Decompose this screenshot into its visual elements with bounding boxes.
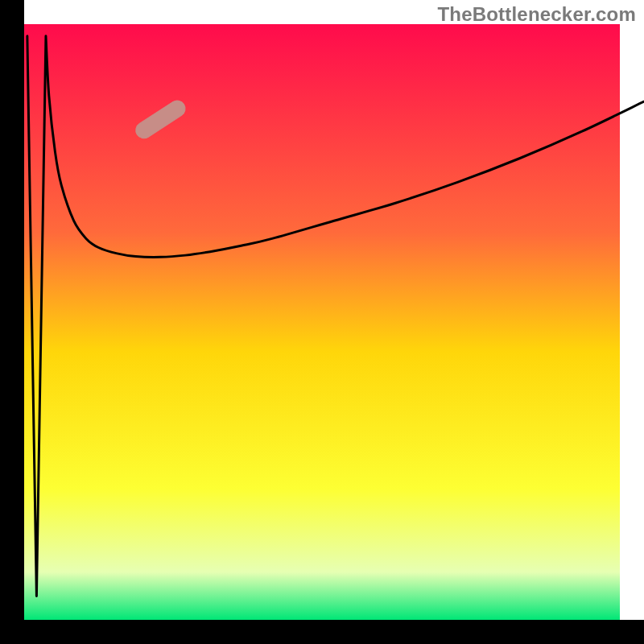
frame-bottom	[0, 620, 644, 644]
watermark-text: TheBottlenecker.com	[437, 3, 636, 26]
chart-stage: TheBottlenecker.com	[0, 0, 644, 644]
plot-background	[24, 24, 620, 620]
chart-svg	[0, 0, 644, 644]
frame-left	[0, 0, 24, 644]
